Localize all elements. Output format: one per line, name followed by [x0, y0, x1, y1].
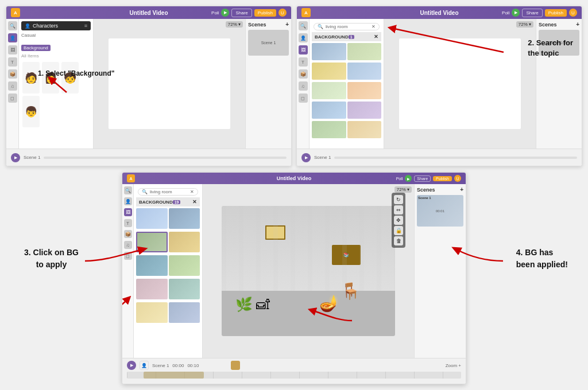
sidebar-music-2[interactable]: ♫ — [299, 81, 308, 91]
scene-time-label-3: 00:01 — [436, 209, 444, 213]
scenes-label-3: Scenes — [417, 187, 435, 193]
share-button-1[interactable]: Share — [231, 9, 252, 17]
publish-button-2[interactable]: Publish — [545, 9, 567, 17]
share-button-2[interactable]: Share — [522, 9, 542, 17]
bg-thumb-3-4[interactable] — [169, 232, 200, 252]
panel-1: 👤 Characters ≡ Casual Background All Ite… — [19, 19, 94, 149]
app-logo-1: A — [11, 8, 20, 17]
zoom-label-3[interactable]: Zoom + — [446, 363, 461, 368]
bg-item-2-7[interactable] — [312, 102, 346, 119]
scene-thumb-1[interactable]: Scene 1 — [248, 30, 289, 56]
search-bar-3[interactable]: 🔍 living room ✕ — [138, 188, 198, 196]
timeline-play-3[interactable]: ▶ — [127, 361, 136, 370]
timeline-3: ▶ 👤 Scene 1 00:00 00:10 Zoom + — [122, 358, 466, 384]
poll-label-1: Poll — [211, 10, 219, 15]
timeline-bar-1[interactable] — [44, 157, 287, 159]
bg-thumb-3-5[interactable] — [136, 255, 168, 276]
background-button[interactable]: Background — [21, 45, 51, 51]
screenshot-2: A Untitled Video Poll ▶ Share Publish U … — [296, 6, 582, 166]
sidebar-text-2[interactable]: T — [299, 57, 308, 67]
scenes-label-2: Scenes — [539, 22, 557, 28]
sidebar-icon-chars[interactable]: 👤 — [8, 33, 17, 42]
bg-item-2-9[interactable] — [312, 121, 346, 138]
publish-button-3[interactable]: Publish — [433, 176, 452, 181]
panel-close-2[interactable]: ✕ — [374, 34, 378, 40]
sidebar-chars-3[interactable]: 👤 — [124, 197, 132, 205]
char-item-3[interactable]: 🧒 — [61, 62, 79, 93]
sc-delete[interactable]: 🗑 — [394, 236, 403, 245]
sidebar-screen-2[interactable]: ◻ — [299, 93, 308, 103]
scenes-label-1: Scenes — [248, 22, 266, 28]
scenes-add-2[interactable]: + — [576, 21, 579, 28]
bg-item-2-5[interactable] — [312, 82, 346, 99]
play-button-1[interactable]: ▶ — [221, 9, 229, 17]
search-bar-2[interactable]: 🔍 living room ✕ — [314, 23, 380, 30]
bg-thumb-3-1[interactable] — [136, 208, 168, 229]
scenes-add-3[interactable]: + — [460, 186, 463, 193]
search-clear-2[interactable]: ✕ — [372, 24, 376, 29]
app-topbar-3: A Untitled Video Poll ▶ Share Publish U — [122, 173, 466, 184]
sidebar-icon-screen[interactable]: ◻ — [8, 93, 17, 103]
panel-close-3[interactable]: ✕ — [192, 199, 197, 205]
app-title-1: Untitled Video — [129, 10, 168, 16]
timeline-scene-label-3: Scene 1 — [152, 363, 169, 368]
bg-item-2-1[interactable] — [312, 43, 346, 60]
bg-item-2-3[interactable] — [312, 63, 346, 80]
sidebar-bg-3[interactable]: 🖼 — [124, 208, 132, 216]
sidebar-chars-2[interactable]: 👤 — [299, 33, 308, 42]
bg-item-2-6[interactable] — [347, 82, 382, 99]
bg-thumb-3-8[interactable] — [169, 279, 200, 299]
sidebar-bg-2[interactable]: 🖼 — [299, 45, 308, 54]
bg-thumb-3-6[interactable] — [169, 255, 200, 276]
timeline-play-2[interactable]: ▶ — [301, 153, 311, 162]
bg-thumb-3-3[interactable] — [136, 232, 168, 252]
scene-thumb-3[interactable]: Scene 1 00:01 — [417, 195, 463, 227]
badge-3: 19 — [173, 200, 181, 204]
sidebar-screen-3[interactable]: ◻ — [124, 252, 132, 260]
lr-shelf: 📚 — [332, 245, 361, 265]
publish-button-1[interactable]: Publish — [254, 9, 276, 17]
sidebar-icon-text[interactable]: T — [8, 57, 17, 67]
play-button-3[interactable]: ▶ — [405, 175, 412, 182]
bg-thumb-3-7[interactable] — [136, 279, 168, 299]
char-item-4[interactable]: 👦 — [22, 96, 40, 127]
share-button-3[interactable]: Share — [414, 176, 431, 182]
sidebar-search-2[interactable]: 🔍 — [299, 21, 308, 30]
char-item-1[interactable]: 🧑 — [22, 62, 40, 93]
timeline-clip[interactable] — [144, 372, 204, 379]
bg-thumb-3-2[interactable] — [169, 208, 200, 229]
sidebar-text-3[interactable]: T — [124, 219, 132, 227]
sidebar-props-3[interactable]: 📦 — [124, 230, 132, 238]
bg-item-2-4[interactable] — [347, 63, 382, 80]
scene-thumb-2[interactable]: Scene 1 00:10 — [539, 30, 579, 56]
living-room-scene: 📚 🌿 🛋 🪑 🪔 — [222, 206, 395, 336]
bg-thumb-3-9[interactable] — [136, 302, 168, 323]
timeline-play-1[interactable]: ▶ — [11, 153, 20, 162]
panel-title-1: Characters — [33, 23, 58, 29]
bg-item-2-10[interactable] — [347, 121, 382, 138]
screenshot-3: A Untitled Video Poll ▶ Share Publish U … — [122, 172, 466, 384]
bg-thumb-3-10[interactable] — [169, 302, 200, 323]
play-button-2[interactable]: ▶ — [512, 9, 520, 17]
sidebar-search-3[interactable]: 🔍 — [124, 186, 132, 194]
sidebar-icon-search[interactable]: 🔍 — [8, 21, 17, 30]
sc-flip[interactable]: ⇔ — [394, 205, 403, 214]
sidebar-icon-music[interactable]: ♫ — [8, 81, 17, 91]
sc-move[interactable]: ✥ — [394, 216, 403, 225]
sc-rotate[interactable]: ↻ — [394, 195, 403, 204]
scenes-add-1[interactable]: + — [285, 21, 289, 28]
char-item-2[interactable]: 👩 — [42, 62, 59, 93]
panel-bg-title-3: BACKGROUND — [139, 200, 173, 205]
sidebar-icon-props[interactable]: 📦 — [8, 69, 17, 79]
search-clear-3[interactable]: ✕ — [190, 189, 194, 194]
bg-item-2-8[interactable] — [347, 102, 382, 119]
timeline-ruler-3 — [127, 372, 461, 379]
panel-header-chars: 👤 Characters ≡ — [21, 21, 91, 30]
timeline-bar-2[interactable] — [334, 157, 577, 159]
sc-lock[interactable]: 🔒 — [394, 226, 403, 235]
sidebar-music-3[interactable]: ♫ — [124, 241, 132, 249]
sidebar-icon-bg[interactable]: 🖼 — [8, 45, 17, 54]
sidebar-props-2[interactable]: 📦 — [299, 69, 308, 79]
bg-item-2-2[interactable] — [347, 43, 382, 60]
timeline-1: ▶ Scene 1 — [6, 149, 291, 166]
